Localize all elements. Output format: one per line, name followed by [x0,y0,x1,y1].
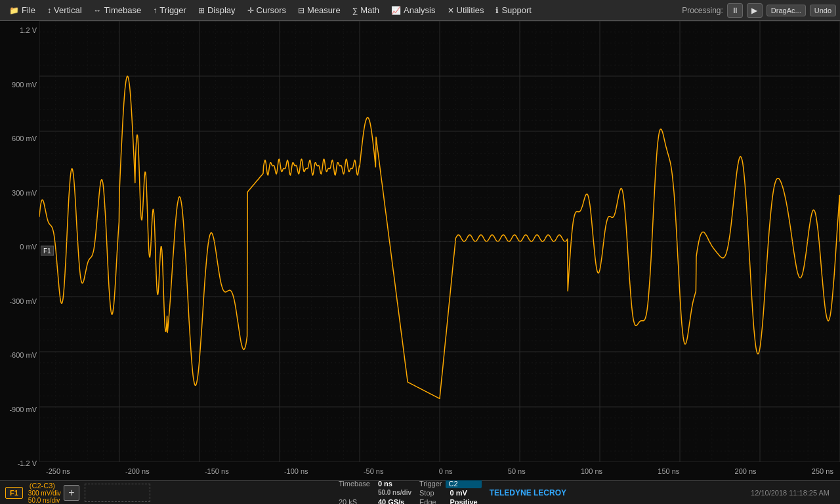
50ns-value: 50.0 ns/div [374,488,415,497]
y-label-9: -1.2 V [0,459,39,467]
menu-measure[interactable]: ⊟ Measure [293,3,346,17]
x-label-8: 100 ns [581,467,602,475]
x-label-10: 200 ns [735,467,757,475]
stop-label: Stop [415,488,446,497]
f1-channel-label: F1 [41,246,54,256]
menu-file[interactable]: 📁 File [4,3,41,17]
add-channel-button[interactable]: + [64,485,79,501]
menu-timebase[interactable]: ↔ Timebase [89,3,147,17]
waveform-svg [39,21,840,462]
y-label-6: -300 mV [0,297,39,305]
math-icon: ∑ [352,6,358,15]
stop-value: 0 mV [446,488,481,497]
x-label-5: -50 ns [364,467,384,475]
y-label-1: 1.2 V [0,26,39,34]
y-label-4: 300 mV [0,189,39,197]
measure-icon: ⊟ [298,6,304,15]
channel-formula: (C2-C3) [30,482,61,490]
mv-per-div: 300 mV/div [28,490,61,497]
processing-label: Processing: [682,6,723,15]
menubar: 📁 File ↕ Vertical ↔ Timebase ↑ Trigger ⊞… [0,0,840,21]
menu-cursors[interactable]: ✛ Cursors [242,3,292,17]
file-icon: 📁 [9,6,19,15]
menu-utilities[interactable]: ✕ Utilities [442,3,490,17]
menu-math[interactable]: ∑ Math [347,3,385,17]
processing-area: Processing: ⏸ ▶ DragAc... Undo [682,3,836,18]
x-label-4: -100 ns [284,467,308,475]
samplerate-50ns-label [335,488,374,497]
status-table: Timebase 0 ns Trigger C2 50.0 ns/div Sto… [335,479,482,505]
right-status: Timebase 0 ns Trigger C2 50.0 ns/div Sto… [335,479,482,505]
edge-label: Edge [415,497,446,505]
ks-label: 20 kS [335,497,374,505]
gs-value: 40 GS/s [374,497,415,505]
play-button[interactable]: ▶ [747,3,763,18]
drag-button[interactable]: DragAc... [766,5,806,16]
menu-vertical[interactable]: ↕ Vertical [42,3,87,17]
x-label-7: 50 ns [508,467,526,475]
menu-analysis[interactable]: 📈 Analysis [386,3,440,17]
y-label-7: -600 mV [0,351,39,359]
edge-value: Positive [446,497,481,505]
ns-per-div: 50.0 ns/div [28,497,61,504]
x-label-2: -200 ns [125,467,150,475]
menu-trigger[interactable]: ↑ Trigger [148,3,192,17]
x-label-3: -150 ns [205,467,229,475]
y-label-2: 900 mV [0,81,39,89]
y-label-3: 600 mV [0,135,39,142]
x-label-6: 0 ns [439,467,453,475]
utilities-icon: ✕ [448,6,454,15]
y-label-5: 0 mV [0,243,39,251]
vertical-icon: ↕ [47,6,51,15]
trigger-icon: ↑ [153,6,157,15]
x-label-9: 150 ns [658,467,679,475]
datetime-label: 12/10/2018 11:18:25 AM [751,489,830,497]
display-icon: ⊞ [198,6,205,15]
menu-display[interactable]: ⊞ Display [193,3,241,17]
analysis-icon: 📈 [391,6,401,15]
menu-support[interactable]: ℹ Support [490,3,537,17]
status-bar: F1 (C2-C3) 300 mV/div 50.0 ns/div + Time… [0,480,840,504]
x-label-1: -250 ns [46,467,70,475]
scope-area: 1.2 V 900 mV 600 mV 300 mV 0 mV -300 mV … [0,21,840,480]
x-label-11: 250 ns [812,467,833,475]
undo-button[interactable]: Undo [810,5,836,16]
timebase-icon: ↔ [94,6,102,15]
x-axis: -250 ns -200 ns -150 ns -100 ns -50 ns 0… [39,462,840,480]
f1-badge[interactable]: F1 [5,487,23,499]
channel-slot [85,484,150,502]
y-label-8: -900 mV [0,406,39,413]
y-axis: 1.2 V 900 mV 600 mV 300 mV 0 mV -300 mV … [0,21,39,480]
brand-label: TELEDYNE LECROY [490,488,566,497]
cursors-icon: ✛ [247,6,254,15]
support-icon: ℹ [495,6,499,15]
pause-button[interactable]: ⏸ [727,3,743,18]
